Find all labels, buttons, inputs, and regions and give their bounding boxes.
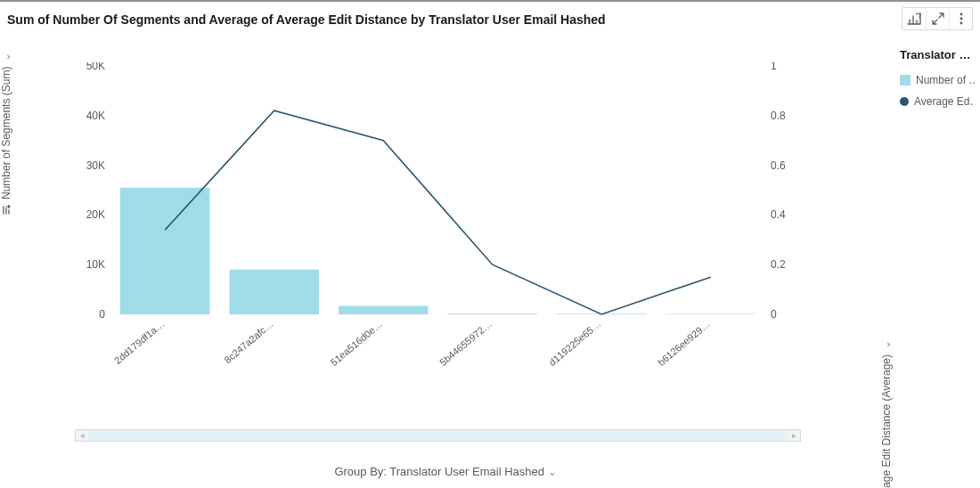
- legend-item-line[interactable]: Average Ed…: [900, 95, 975, 108]
- x-tick-label: 8c247a2afc…: [222, 318, 275, 365]
- bar[interactable]: [120, 188, 209, 314]
- scroll-right-icon[interactable]: ▸: [788, 430, 800, 441]
- chart-title: Sum of Number Of Segments and Average of…: [7, 12, 606, 27]
- x-axis-caption[interactable]: Group By: Translator User Email Hashed ⌄: [0, 465, 891, 478]
- legend-label: Number of …: [916, 74, 975, 86]
- y-left-tick: 40K: [86, 110, 105, 122]
- y-left-tick: 0: [99, 308, 105, 321]
- svg-point-0: [960, 13, 962, 16]
- legend-panel: Translator … Number of … Average Ed…: [894, 48, 980, 117]
- svg-point-2: [960, 22, 962, 25]
- legend-item-bars[interactable]: Number of …: [900, 74, 975, 86]
- y-right-tick: 0.8: [771, 110, 786, 122]
- legend-label: Average Ed…: [914, 95, 975, 108]
- y-right-tick: 0: [771, 308, 777, 321]
- chart-insight-icon[interactable]: [902, 8, 926, 29]
- x-tick-label: d119225e65…: [547, 318, 603, 368]
- y-right-tick: 0.6: [771, 159, 786, 172]
- svg-point-1: [960, 18, 962, 20]
- x-tick-label: 2dd179df1a…: [112, 318, 167, 366]
- bar[interactable]: [230, 270, 319, 314]
- axis-label-text: Group By: Translator User Email Hashed: [334, 465, 544, 478]
- kebab-menu-icon[interactable]: [949, 8, 972, 29]
- x-scrollbar[interactable]: ◂ ▸: [75, 429, 801, 442]
- chevron-down-icon: ⌄: [548, 466, 557, 478]
- bar[interactable]: [448, 313, 537, 314]
- y-left-tick: 50K: [86, 62, 105, 72]
- chevron-down-icon: ⌄: [880, 340, 893, 349]
- x-tick-label: b6126ee929…: [656, 318, 712, 368]
- y-right-tick: 1: [771, 62, 777, 72]
- y-left-axis-label[interactable]: Number of Segments (Sum) ⌄: [0, 53, 12, 216]
- y-left-tick: 10K: [86, 258, 105, 271]
- plot-inner: 010K20K30K40K50K00.20.40.60.812dd179df1a…: [86, 62, 786, 368]
- x-tick-label: 51ea516d0e…: [329, 318, 385, 368]
- chart-plot: 010K20K30K40K50K00.20.40.60.812dd179df1a…: [75, 62, 801, 368]
- axis-label-text: Number of Segments (Sum): [0, 67, 12, 199]
- chevron-down-icon: ⌄: [0, 53, 12, 61]
- sort-icon: [1, 205, 12, 216]
- y-left-tick: 30K: [86, 159, 105, 172]
- bar[interactable]: [339, 306, 428, 314]
- y-left-tick: 20K: [86, 208, 105, 221]
- x-tick-label: 5b44655972…: [437, 318, 494, 368]
- square-swatch-icon: [900, 75, 911, 85]
- y-right-tick: 0.4: [771, 208, 786, 221]
- dot-swatch-icon: [900, 97, 909, 106]
- chart-toolbar: [902, 7, 973, 30]
- scroll-left-icon[interactable]: ◂: [76, 430, 88, 441]
- y-right-tick: 0.2: [771, 258, 786, 271]
- legend-title: Translator …: [900, 48, 975, 61]
- expand-icon[interactable]: [926, 8, 949, 29]
